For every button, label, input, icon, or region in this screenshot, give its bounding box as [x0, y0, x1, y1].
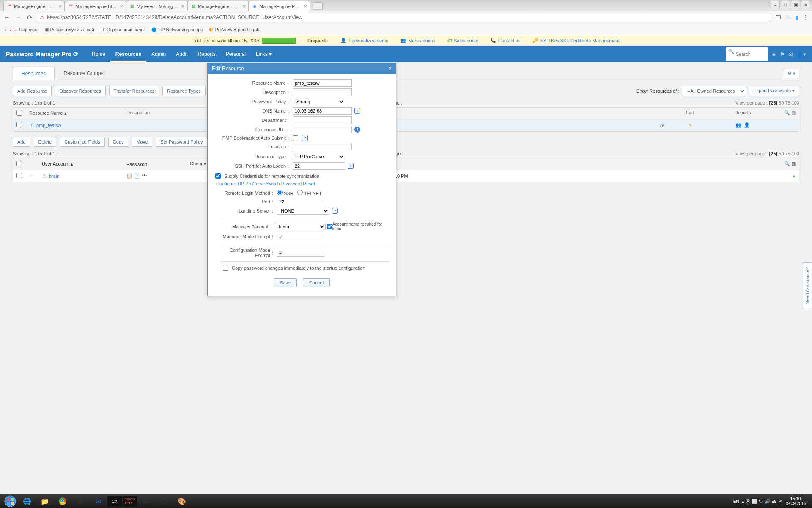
- nav-home[interactable]: Home: [87, 47, 110, 62]
- tab-close-icon[interactable]: ×: [304, 3, 307, 9]
- input-location[interactable]: [293, 143, 352, 150]
- table-row[interactable]: 🗄pmp_testsw ve ✎ 👥 👤: [13, 119, 799, 131]
- win-min[interactable]: –: [771, 1, 780, 8]
- bk-item-1[interactable]: ▣Рекомендуемые сай: [44, 27, 94, 32]
- nav-admin[interactable]: Admin: [146, 47, 171, 62]
- col-resource-name[interactable]: Resource Name ▴: [29, 110, 126, 116]
- modal-close-icon[interactable]: ×: [389, 66, 392, 72]
- tab-close-icon[interactable]: ×: [242, 3, 246, 9]
- tab-close-icon[interactable]: ×: [181, 3, 184, 9]
- translate-icon[interactable]: 🗔: [775, 14, 781, 21]
- tab-close-icon[interactable]: ×: [58, 3, 62, 9]
- global-search[interactable]: 🔍▾: [726, 47, 768, 61]
- acct-cols-icon[interactable]: ▥: [791, 161, 796, 166]
- flag-icon[interactable]: ⚑: [780, 51, 785, 58]
- acct-search-icon[interactable]: 🔍: [784, 161, 790, 166]
- mail-icon[interactable]: ✉: [788, 51, 793, 58]
- input-description[interactable]: [293, 88, 352, 96]
- input-resource-name[interactable]: [293, 79, 352, 87]
- btn-export-passwords[interactable]: Export Passwords ▾: [749, 86, 799, 96]
- table-search-icon[interactable]: 🔍: [784, 110, 790, 115]
- copy-pw-icon[interactable]: 📋: [126, 173, 132, 179]
- tab-resource-groups[interactable]: Resource Groups: [55, 66, 112, 80]
- select-resource-type[interactable]: HP ProCurve: [293, 153, 345, 160]
- edit-icon[interactable]: ✎: [688, 122, 692, 127]
- browser-tab-3[interactable]: ▦ManageEngine - Custo×: [187, 1, 249, 11]
- select-password-policy[interactable]: Strong: [293, 98, 345, 105]
- btn-add-resource[interactable]: Add Resource: [13, 86, 52, 96]
- table-cols-icon[interactable]: ▥: [791, 110, 796, 115]
- show-resources-select[interactable]: --All Owned Resources: [682, 86, 746, 96]
- user-menu-icon[interactable]: 👤▾: [796, 51, 806, 58]
- link-quote[interactable]: 🏷Sales quote: [447, 38, 478, 43]
- help-icon[interactable]: ?: [348, 163, 354, 169]
- help-icon[interactable]: ?: [354, 127, 360, 133]
- btn-copy[interactable]: Copy: [108, 137, 129, 147]
- help-icon[interactable]: ?: [354, 108, 360, 114]
- back-icon[interactable]: ←: [3, 14, 10, 22]
- btn-discover[interactable]: Discover Resources: [55, 86, 106, 96]
- win-rest[interactable]: ▣: [791, 1, 800, 8]
- copy-pw2-icon[interactable]: 📄: [134, 173, 140, 179]
- btn-delete[interactable]: Delete: [34, 137, 57, 147]
- browser-tab-1[interactable]: ᴹᴱManageEngine Blogs×: [65, 1, 126, 11]
- bk-item-2[interactable]: 🗋Справочник польз: [100, 27, 146, 32]
- input-resource-url[interactable]: [293, 126, 352, 133]
- win-close[interactable]: ✕: [801, 1, 810, 8]
- account-row[interactable]: ☆ 🗋brain 📋📄**** ↻ Sep 16, 2016 02:10 PM …: [13, 170, 799, 182]
- forward-icon[interactable]: →: [15, 14, 22, 22]
- star-icon[interactable]: ★: [771, 51, 776, 58]
- input-department[interactable]: [293, 116, 352, 124]
- report-user-icon[interactable]: 👤: [744, 122, 750, 127]
- select-all-checkbox[interactable]: [16, 110, 22, 116]
- tab-resources[interactable]: Resources: [13, 67, 55, 80]
- link-demo[interactable]: 👤Personalized demo: [340, 38, 388, 43]
- search-input[interactable]: [736, 52, 765, 57]
- nav-audit[interactable]: Audit: [171, 47, 192, 62]
- win-max[interactable]: □: [781, 1, 790, 8]
- tab-close-icon[interactable]: ×: [120, 3, 123, 9]
- resource-link[interactable]: pmp_testsw: [36, 123, 61, 128]
- bk-item-4[interactable]: ◐ProView 8-port Gigab: [209, 27, 259, 32]
- menu-icon[interactable]: ⋮: [803, 14, 809, 21]
- chk-bookmarklet[interactable]: [293, 135, 298, 141]
- account-link[interactable]: brain: [49, 174, 59, 179]
- nav-links[interactable]: Links ▾: [251, 47, 277, 62]
- settings-gear-button[interactable]: ⚙ ▾: [784, 69, 799, 78]
- reload-icon[interactable]: ⟳: [27, 14, 33, 22]
- btn-transfer[interactable]: Transfer Resources: [109, 86, 159, 96]
- help-icon[interactable]: ?: [302, 135, 308, 141]
- browser-tab-0[interactable]: ᴹᴱManageEngine - Contac×: [3, 1, 65, 11]
- bookmark-star-icon[interactable]: ☆: [785, 14, 791, 21]
- col-user-account[interactable]: User Account ▴: [42, 161, 126, 167]
- new-tab-button[interactable]: [313, 2, 323, 10]
- btn-set-password-policy[interactable]: Set Password Policy: [156, 137, 207, 147]
- extension-icon[interactable]: ▮: [795, 14, 798, 21]
- nav-personal[interactable]: Personal: [221, 47, 251, 62]
- nav-reports[interactable]: Reports: [193, 47, 221, 62]
- browser-tab-4[interactable]: ◉ManageEngine Passwor×: [249, 1, 310, 11]
- btn-customize-fields[interactable]: Customize Fields: [60, 137, 104, 147]
- tab-title: ManageEngine Passwor: [259, 4, 302, 9]
- link-ssh[interactable]: 🔑SSH Key,SSL Certificate Management: [532, 38, 620, 43]
- chk-supply-credentials[interactable]: [215, 173, 221, 179]
- btn-resource-types[interactable]: Resource Types: [162, 86, 205, 96]
- lbl-password-policy: Password Policy: [214, 99, 288, 104]
- input-dns[interactable]: [293, 107, 352, 115]
- bk-item-3[interactable]: ⬤HP Networking suppo: [151, 27, 203, 32]
- input-ssh-port[interactable]: [293, 162, 345, 170]
- btn-add[interactable]: Add: [13, 137, 30, 147]
- browser-tab-2[interactable]: ▦My Feed - ManageEngi×: [126, 1, 187, 11]
- brand-logo[interactable]: Password Manager Pro⟳: [6, 51, 78, 58]
- btn-move[interactable]: Move: [132, 137, 152, 147]
- address-bar[interactable]: ⚠ https ://paz8054:7272/STATE_ID/1474276…: [37, 13, 771, 22]
- acct-row-checkbox[interactable]: [16, 173, 22, 178]
- favorite-star-icon[interactable]: ☆: [29, 173, 33, 178]
- link-contact[interactable]: 📞Contact us: [490, 38, 521, 43]
- nav-resources[interactable]: Resources: [110, 47, 146, 62]
- acct-select-all[interactable]: [16, 161, 22, 166]
- link-admins[interactable]: 👥More admins: [400, 38, 435, 43]
- row-checkbox[interactable]: [16, 122, 22, 127]
- report-users-icon[interactable]: 👥: [735, 122, 741, 127]
- bk-apps[interactable]: ⋮⋮⋮Сервисы: [3, 27, 38, 32]
